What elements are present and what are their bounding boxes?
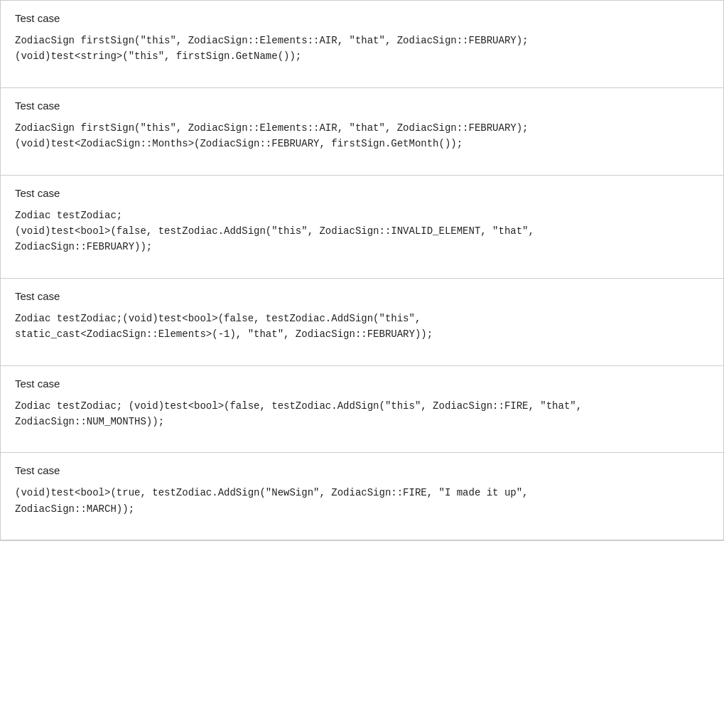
test-case-label-4: Test case — [15, 290, 709, 302]
test-case-code-3: Zodiac testZodiac; (void)test<bool>(fals… — [15, 208, 709, 255]
test-case-label-2: Test case — [15, 100, 709, 112]
test-case-code-1: ZodiacSign firstSign("this", ZodiacSign:… — [15, 33, 709, 65]
test-case-label-5: Test case — [15, 378, 709, 390]
test-case-block-2: Test caseZodiacSign firstSign("this", Zo… — [1, 88, 723, 176]
test-case-block-4: Test caseZodiac testZodiac;(void)test<bo… — [1, 279, 723, 366]
test-case-label-6: Test case — [15, 464, 709, 476]
test-case-code-2: ZodiacSign firstSign("this", ZodiacSign:… — [15, 120, 709, 152]
test-case-label-1: Test case — [15, 12, 709, 24]
test-case-block-3: Test caseZodiac testZodiac; (void)test<b… — [1, 176, 723, 279]
test-case-code-5: Zodiac testZodiac; (void)test<bool>(fals… — [15, 398, 709, 430]
test-case-block-6: Test case(void)test<bool>(true, testZodi… — [1, 453, 723, 540]
test-case-block-5: Test caseZodiac testZodiac; (void)test<b… — [1, 366, 723, 454]
test-cases-container: Test caseZodiacSign firstSign("this", Zo… — [0, 0, 724, 541]
test-case-block-1: Test caseZodiacSign firstSign("this", Zo… — [1, 1, 723, 88]
test-case-code-4: Zodiac testZodiac;(void)test<bool>(false… — [15, 311, 709, 343]
test-case-code-6: (void)test<bool>(true, testZodiac.AddSig… — [15, 485, 709, 517]
test-case-label-3: Test case — [15, 187, 709, 199]
